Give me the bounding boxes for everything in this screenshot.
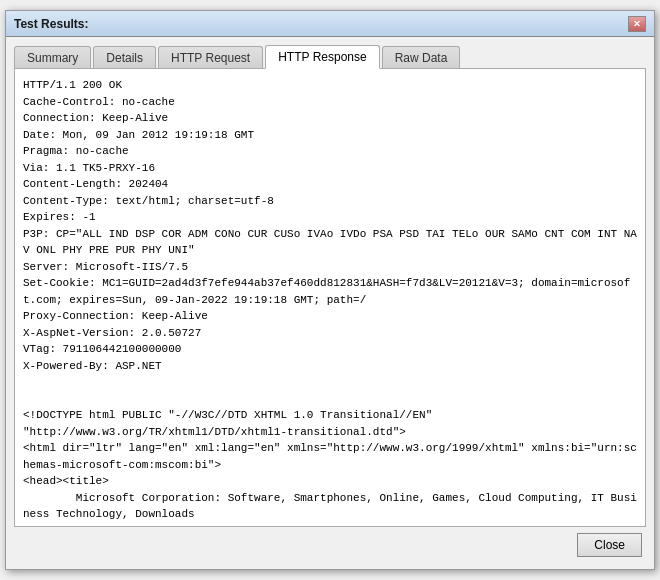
tab-panel: HTTP/1.1 200 OK Cache-Control: no-cache … <box>14 68 646 527</box>
test-results-window: Test Results: ✕ Summary Details HTTP Req… <box>5 10 655 570</box>
title-bar: Test Results: ✕ <box>6 11 654 37</box>
tab-http-response[interactable]: HTTP Response <box>265 45 379 69</box>
tab-raw-data[interactable]: Raw Data <box>382 46 461 69</box>
close-button[interactable]: Close <box>577 533 642 557</box>
tab-http-request[interactable]: HTTP Request <box>158 46 263 69</box>
button-bar: Close <box>14 527 646 561</box>
window-title: Test Results: <box>14 17 88 31</box>
tab-summary[interactable]: Summary <box>14 46 91 69</box>
window-content: Summary Details HTTP Request HTTP Respon… <box>6 37 654 569</box>
tab-details[interactable]: Details <box>93 46 156 69</box>
response-content[interactable]: HTTP/1.1 200 OK Cache-Control: no-cache … <box>15 69 645 526</box>
window-close-button[interactable]: ✕ <box>628 16 646 32</box>
title-bar-buttons: ✕ <box>628 16 646 32</box>
tab-bar: Summary Details HTTP Request HTTP Respon… <box>14 45 646 69</box>
